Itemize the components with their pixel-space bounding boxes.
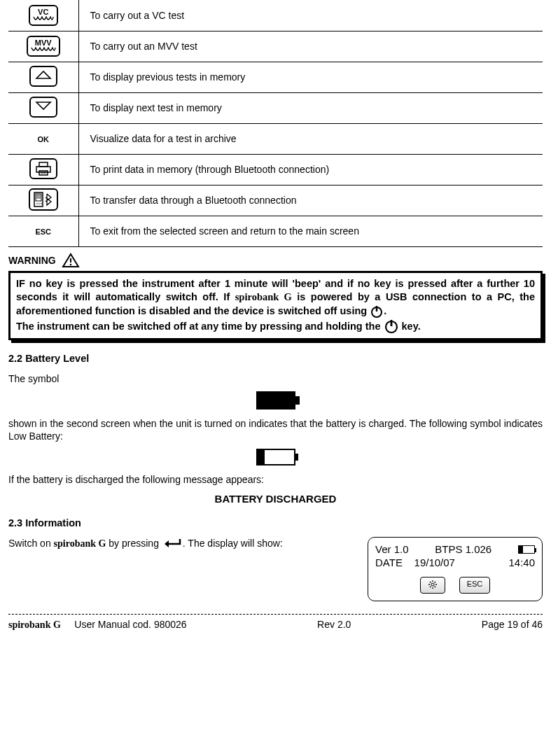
row-desc: To carry out an MVV test: [90, 41, 197, 52]
lcd-time: 14:40: [508, 556, 535, 568]
table-row: ESC To exit from the selected screen and…: [8, 216, 543, 246]
lcd-settings-button: [420, 577, 445, 594]
svg-line-26: [434, 582, 435, 583]
table-row: To display previous tests in memory: [8, 62, 543, 92]
esc-icon: ESC: [35, 227, 51, 236]
info-paragraph: Switch on spirobank G by pressing . The …: [8, 537, 359, 551]
svg-rect-5: [36, 194, 41, 201]
printer-icon: [29, 158, 57, 179]
ok-icon: OK: [38, 135, 50, 144]
row-desc: To carry out a VC test: [90, 10, 185, 21]
table-row: VC To carry out a VC test: [8, 0, 543, 31]
page-footer: spirobank G User Manual cod. 980026 Rev …: [8, 615, 543, 634]
row-desc: To transfer data through a Bluetooth con…: [90, 195, 297, 206]
table-row: To transfer data through a Bluetooth con…: [8, 185, 543, 216]
row-desc: To print data in memory (through Bluetoo…: [90, 164, 330, 175]
battery-low-icon: [256, 449, 295, 465]
lcd-battery-icon: [518, 545, 535, 554]
lcd-version: Ver 1.0: [375, 543, 409, 555]
footer-rev: Rev 2.0: [317, 619, 351, 631]
svg-line-24: [434, 587, 435, 588]
warning-header: WARNING: [8, 253, 543, 268]
warning-icon: [62, 253, 80, 268]
vc-icon: VC: [29, 5, 58, 26]
up-arrow-icon: [29, 66, 57, 87]
battery-para-2: shown in the second screen when the unit…: [8, 417, 543, 444]
lcd-esc-button: ESC: [459, 577, 491, 594]
footer-manual: User Manual cod. 980026: [74, 619, 186, 630]
section-2-3-title: 2.3 Information: [8, 517, 543, 528]
row-desc: Visualize data for a test in archive: [90, 133, 237, 144]
section-2-2-title: 2.2 Battery Level: [8, 353, 543, 364]
lcd-date-value: 19/10/07: [414, 556, 455, 568]
svg-point-10: [39, 203, 40, 204]
power-icon: [370, 305, 384, 316]
footer-product: spirobank G: [8, 620, 61, 630]
down-arrow-icon: [29, 97, 57, 118]
svg-point-18: [431, 583, 434, 586]
svg-line-23: [430, 582, 431, 583]
svg-point-13: [69, 263, 71, 265]
footer-page: Page 19 of 46: [482, 619, 543, 631]
bluetooth-transfer-icon: [29, 188, 58, 211]
table-row: MVV To carry out an MVV test: [8, 31, 543, 62]
battery-discharged-msg: BATTERY DISCHARGED: [8, 492, 543, 506]
enter-key-icon: [162, 538, 183, 549]
lcd-date-label: DATE: [375, 556, 403, 568]
table-row: To display next test in memory: [8, 92, 543, 123]
battery-para-1: The symbol: [8, 372, 543, 386]
svg-rect-1: [39, 162, 48, 167]
warning-label: WARNING: [8, 255, 56, 266]
lcd-btps: BTPS 1.026: [435, 543, 491, 555]
battery-full-icon: [256, 391, 295, 410]
svg-point-11: [41, 203, 42, 204]
table-row: To print data in memory (through Bluetoo…: [8, 154, 543, 185]
svg-point-9: [36, 203, 38, 204]
warning-box: IF no key is pressed the instrument afte…: [8, 271, 543, 340]
table-row: OK Visualize data for a test in archive: [8, 123, 543, 154]
row-desc: To display next test in memory: [90, 102, 222, 113]
function-table: VC To carry out a VC test MVV To carry o…: [8, 0, 543, 247]
lcd-display: Ver 1.0 BTPS 1.026 DATE 19/10/07 14:40 E…: [368, 537, 543, 601]
power-icon: [384, 321, 399, 332]
svg-line-25: [430, 587, 431, 588]
svg-rect-0: [36, 167, 50, 172]
row-desc: To display previous tests in memory: [90, 71, 246, 83]
mvv-icon: MVV: [27, 36, 60, 57]
battery-para-3: If the battery is discharged the followi…: [8, 473, 543, 486]
row-desc: To exit from the selected screen and ret…: [90, 225, 359, 237]
